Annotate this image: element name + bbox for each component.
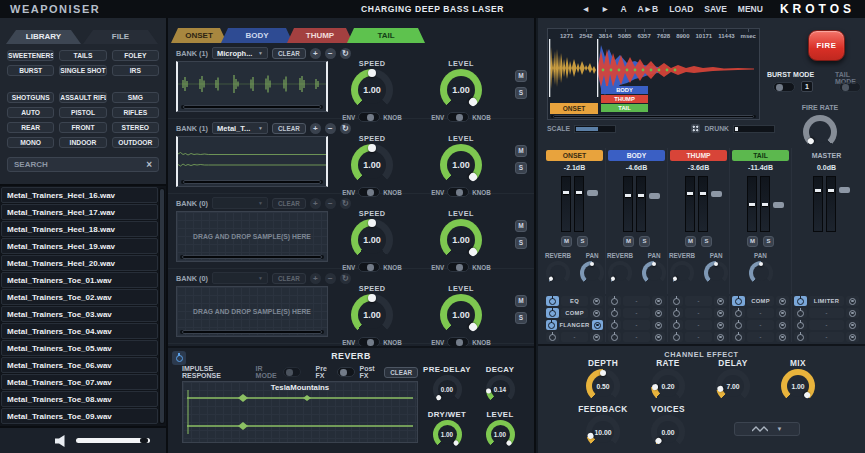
- filter-smg[interactable]: SMG: [112, 92, 159, 103]
- list-item[interactable]: Metal_Trainers_Toe_04.wav: [1, 323, 158, 339]
- filter-single-shot[interactable]: SINGLE SHOT: [59, 65, 106, 76]
- pre-delay-knob[interactable]: 0.00: [433, 375, 462, 404]
- menu-button[interactable]: MENU: [738, 4, 763, 14]
- fx-slot-empty[interactable]: -: [670, 320, 727, 330]
- tail-mode-toggle[interactable]: [839, 82, 861, 92]
- power-button[interactable]: [546, 296, 559, 306]
- bank-reload-icon[interactable]: ↻: [340, 273, 351, 284]
- power-button[interactable]: [794, 332, 807, 342]
- bank-sample-dropdown[interactable]: Metal_T...▼: [212, 122, 268, 134]
- gear-button[interactable]: [846, 320, 859, 330]
- list-item[interactable]: Metal_Trainers_Heel_17.wav: [1, 204, 158, 220]
- reverb-clear-button[interactable]: CLEAR: [384, 367, 418, 378]
- power-button[interactable]: [732, 320, 745, 330]
- channel-faders[interactable]: [794, 176, 859, 232]
- channel-solo-button[interactable]: S: [639, 236, 650, 247]
- power-button[interactable]: [732, 296, 745, 306]
- power-button[interactable]: [732, 332, 745, 342]
- output-waveform-panel[interactable]: 127125423814 508563577628 89001017111443…: [547, 28, 760, 120]
- gear-button[interactable]: [714, 332, 727, 342]
- fire-rate-knob[interactable]: [803, 115, 837, 149]
- list-item[interactable]: Metal_Trainers_Heel_16.wav: [1, 187, 158, 203]
- channel-header-tail[interactable]: TAIL: [732, 150, 789, 161]
- ab-state-a-button[interactable]: A: [620, 4, 626, 14]
- filter-pistol[interactable]: PISTOL: [59, 107, 106, 118]
- list-item[interactable]: Metal_Trainers_Toe_09.wav: [1, 408, 158, 424]
- tab-tail-active[interactable]: TAIL: [347, 28, 425, 43]
- scale-slider[interactable]: [574, 125, 616, 133]
- fx-slot-empty[interactable]: -: [732, 320, 789, 330]
- list-item[interactable]: Metal_Trainers_Toe_07.wav: [1, 374, 158, 390]
- bank-reload-icon[interactable]: ↻: [340, 198, 351, 209]
- ir-mode-toggle[interactable]: [283, 367, 300, 377]
- channel-solo-button[interactable]: S: [701, 236, 712, 247]
- bank-sample-dropdown[interactable]: ▼: [212, 197, 268, 209]
- burst-mode-toggle[interactable]: [773, 82, 795, 92]
- gear-button[interactable]: [776, 308, 789, 318]
- channel-pan-knob[interactable]: [704, 261, 728, 285]
- power-button[interactable]: [546, 308, 559, 318]
- fx-slot-comp[interactable]: COMP: [732, 296, 789, 306]
- channel-mute-button[interactable]: M: [747, 236, 758, 247]
- fx-slot-empty[interactable]: -: [670, 332, 727, 342]
- gear-button[interactable]: [776, 320, 789, 330]
- list-item[interactable]: Metal_Trainers_Heel_19.wav: [1, 238, 158, 254]
- bank-waveform-scrollbar[interactable]: [181, 180, 323, 184]
- bank-reload-icon[interactable]: ↻: [340, 48, 351, 59]
- fx-slot-empty[interactable]: -: [794, 308, 859, 318]
- tab-thump[interactable]: THUMP: [287, 28, 353, 43]
- gear-button[interactable]: [652, 308, 665, 318]
- timeline-scrollbar[interactable]: [551, 115, 756, 119]
- channel-faders[interactable]: [608, 176, 665, 232]
- channel-reverb-knob[interactable]: [608, 261, 632, 285]
- dry-wet-knob[interactable]: 1.00: [433, 420, 462, 449]
- channel-reverb-knob[interactable]: [546, 261, 570, 285]
- tab-onset[interactable]: ONSET: [171, 28, 227, 43]
- speed-knob[interactable]: 1.00: [351, 144, 393, 186]
- channel-header-body[interactable]: BODY: [608, 150, 665, 161]
- channel-faders[interactable]: [546, 176, 603, 232]
- gear-button[interactable]: [590, 296, 603, 306]
- filter-stereo[interactable]: STEREO: [112, 122, 159, 133]
- fx-slot-empty[interactable]: -: [608, 332, 665, 342]
- bank-clear-button[interactable]: CLEAR: [272, 123, 306, 134]
- delay-knob[interactable]: 7.00: [716, 369, 750, 403]
- channel-header-thump[interactable]: THUMP: [670, 150, 727, 161]
- fx-slot-empty[interactable]: -: [794, 332, 859, 342]
- channel-pan-knob[interactable]: [749, 261, 773, 285]
- fire-button[interactable]: FIRE: [808, 30, 845, 61]
- fx-slot-empty[interactable]: -: [546, 332, 603, 342]
- power-button[interactable]: [546, 332, 559, 342]
- gear-button[interactable]: [592, 320, 603, 330]
- reverb-power-button[interactable]: [172, 351, 186, 365]
- bank-waveform-display[interactable]: [176, 61, 328, 112]
- power-button[interactable]: [670, 308, 683, 318]
- list-item[interactable]: Metal_Trainers_Heel_18.wav: [1, 221, 158, 237]
- list-item[interactable]: Metal_Trainers_Toe_08.wav: [1, 391, 158, 407]
- bank-solo-button[interactable]: S: [515, 312, 527, 324]
- fx-slot-empty[interactable]: -: [732, 332, 789, 342]
- bank-waveform-scrollbar[interactable]: [180, 330, 324, 334]
- filter-tails[interactable]: TAILS: [59, 50, 106, 61]
- tab-file[interactable]: FILE: [83, 30, 158, 44]
- tab-body[interactable]: BODY: [221, 28, 293, 43]
- lfo-waveform-dropdown[interactable]: ▼: [734, 422, 800, 436]
- gear-button[interactable]: [846, 296, 859, 306]
- fx-slot-eq[interactable]: EQ: [546, 296, 603, 306]
- speed-knob[interactable]: 1.00: [351, 219, 393, 261]
- feedback-knob[interactable]: 10.00: [586, 415, 620, 449]
- gear-button[interactable]: [652, 332, 665, 342]
- segment-label-onset[interactable]: ONSET: [550, 103, 598, 114]
- gear-button[interactable]: [714, 296, 727, 306]
- filter-sweeteners[interactable]: SWEETENERS: [7, 50, 54, 61]
- rate-knob[interactable]: 0.20: [651, 369, 685, 403]
- depth-knob[interactable]: 0.50: [586, 369, 620, 403]
- list-item[interactable]: Metal_Trainers_Toe_06.wav: [1, 357, 158, 373]
- channel-mute-button[interactable]: M: [685, 236, 696, 247]
- level-knob[interactable]: 1.00: [440, 144, 482, 186]
- channel-reverb-knob[interactable]: [670, 261, 694, 285]
- filter-rear[interactable]: REAR: [7, 122, 54, 133]
- gear-button[interactable]: [776, 332, 789, 342]
- reverb-level-knob[interactable]: 1.00: [486, 420, 515, 449]
- channel-faders[interactable]: [670, 176, 727, 232]
